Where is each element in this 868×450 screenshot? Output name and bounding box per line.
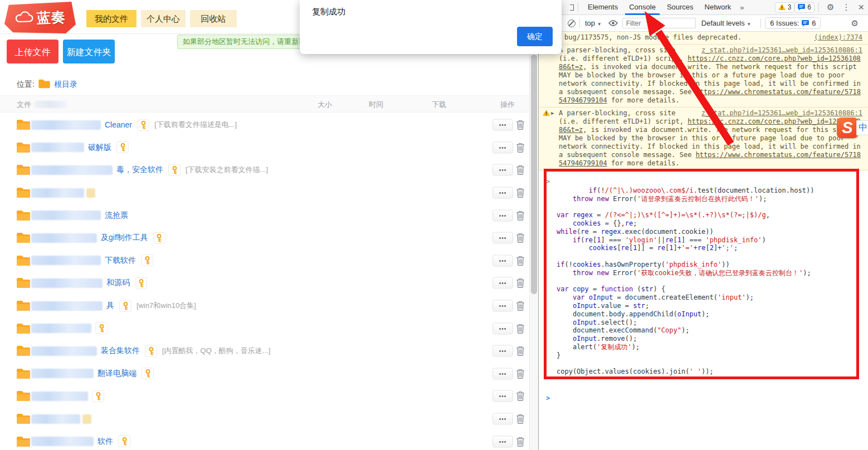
delete-icon[interactable] xyxy=(516,165,525,175)
upload-button[interactable]: 上传文件 xyxy=(7,40,58,63)
table-row[interactable]: 毒，安全软件[下载安装之前看文件描...]••• xyxy=(0,159,529,182)
root-directory-link[interactable]: 根目录 xyxy=(54,80,77,90)
more-actions-button[interactable]: ••• xyxy=(492,119,513,131)
log-levels-dropdown[interactable]: Default levels ▼ xyxy=(701,19,752,27)
more-actions-button[interactable]: ••• xyxy=(492,255,513,266)
console-source-link[interactable]: (index):7374 xyxy=(814,33,862,42)
column-time[interactable]: 时间 xyxy=(369,100,383,110)
column-filename[interactable]: 文件 xyxy=(17,100,31,110)
ime-language-badge[interactable]: 中 xyxy=(856,120,868,135)
site-logo[interactable]: 蓝奏 xyxy=(4,2,76,33)
file-name-link[interactable]: 软件 xyxy=(97,437,113,447)
console-prompt[interactable]: > xyxy=(539,394,868,405)
ime-indicator[interactable]: S 中 xyxy=(837,118,868,138)
more-actions-button[interactable]: ••• xyxy=(492,390,513,402)
tab-my-files[interactable]: 我的文件 xyxy=(86,10,136,27)
close-devtools-icon[interactable]: × xyxy=(854,2,868,12)
warning-icon xyxy=(778,4,786,11)
file-name-link[interactable]: 具 xyxy=(106,301,114,311)
tab-elements[interactable]: Elements xyxy=(582,0,623,15)
more-actions-button[interactable]: ••• xyxy=(492,368,513,379)
table-row[interactable]: ••• xyxy=(0,408,529,431)
more-tabs-icon[interactable]: » xyxy=(737,3,747,12)
delete-icon[interactable] xyxy=(516,211,525,221)
table-row[interactable]: 破解版••• xyxy=(0,136,529,159)
delete-icon[interactable] xyxy=(516,120,525,130)
table-row[interactable]: ••• xyxy=(0,182,529,204)
delete-icon[interactable] xyxy=(516,301,525,311)
delete-icon[interactable] xyxy=(516,414,525,424)
settings-gear-icon[interactable]: ⚙ xyxy=(823,2,838,12)
column-size[interactable]: 大小 xyxy=(318,100,332,110)
file-name-link[interactable]: 装合集软件 xyxy=(101,346,140,356)
table-row[interactable]: 软件••• xyxy=(0,430,529,450)
tab-recycle-bin[interactable]: 回收站 xyxy=(190,10,237,27)
delete-icon[interactable] xyxy=(516,233,525,243)
tab-network[interactable]: Network xyxy=(699,0,737,15)
tab-sources[interactable]: Sources xyxy=(661,0,699,15)
more-actions-button[interactable]: ••• xyxy=(492,436,513,447)
scrollbar-thumb[interactable] xyxy=(531,55,537,294)
more-actions-button[interactable]: ••• xyxy=(492,141,513,153)
more-actions-button[interactable]: ••• xyxy=(492,345,513,357)
messages-badge[interactable]: 6 xyxy=(794,2,815,13)
page-scrollbar[interactable] xyxy=(529,0,538,450)
more-actions-button[interactable]: ••• xyxy=(492,164,513,176)
file-name-link[interactable]: 毒，安全软件 xyxy=(116,165,163,175)
console-source-link[interactable]: z_stat.php?id=125361…web_id=1253610886:1 xyxy=(701,46,862,55)
more-actions-button[interactable]: ••• xyxy=(492,277,513,289)
password-key-icon xyxy=(95,322,108,334)
live-expression-eye-icon[interactable] xyxy=(608,20,618,26)
table-row[interactable]: 下载软件••• xyxy=(0,250,529,272)
context-selector[interactable]: top ▼ xyxy=(585,19,602,27)
console-source-link[interactable]: z_stat.php?id=125361…web_id=1253610886:1 xyxy=(701,109,862,118)
table-row[interactable]: Cleaner[下载前看文件描述是电...]••• xyxy=(0,114,529,136)
filter-input[interactable] xyxy=(622,18,696,28)
device-toolbar-icon[interactable] xyxy=(570,4,574,11)
delete-icon[interactable] xyxy=(516,369,525,379)
delete-icon[interactable] xyxy=(516,278,525,288)
file-name-link[interactable]: 翻译电脑端 xyxy=(97,369,136,379)
expand-arrow-icon[interactable]: ▶ xyxy=(551,109,554,118)
clear-console-icon[interactable] xyxy=(568,19,576,27)
delete-icon[interactable] xyxy=(516,346,525,356)
tab-personal-center[interactable]: 个人中心 xyxy=(141,10,186,27)
more-actions-button[interactable]: ••• xyxy=(492,300,513,312)
dialog-ok-button[interactable]: 确定 xyxy=(517,27,553,46)
console-settings-gear-icon[interactable]: ⚙ xyxy=(847,18,862,28)
delete-icon[interactable] xyxy=(516,391,525,401)
delete-icon[interactable] xyxy=(516,143,525,153)
warning-badge[interactable]: 3 xyxy=(775,2,795,13)
more-actions-button[interactable]: ••• xyxy=(492,209,513,221)
more-actions-button[interactable]: ••• xyxy=(492,187,513,199)
delete-icon[interactable] xyxy=(516,188,525,198)
more-actions-button[interactable]: ••• xyxy=(492,322,513,334)
table-row[interactable]: ••• xyxy=(0,385,529,408)
table-row[interactable]: 具[win7和win10合集]••• xyxy=(0,295,529,317)
file-name-link[interactable]: Cleaner xyxy=(105,120,132,129)
delete-icon[interactable] xyxy=(516,324,525,334)
file-name-link[interactable]: 和源码 xyxy=(106,278,130,288)
column-downloads[interactable]: 下载 xyxy=(432,100,446,110)
issues-button[interactable]: 6 Issues: 6 xyxy=(765,17,821,29)
sogou-logo-icon[interactable]: S xyxy=(837,118,858,138)
table-row[interactable]: 翻译电脑端••• xyxy=(0,363,529,385)
kebab-menu-icon[interactable]: ⋮ xyxy=(838,2,854,12)
tab-console[interactable]: Console xyxy=(623,0,661,15)
table-row[interactable]: 及gif制作工具••• xyxy=(0,227,529,250)
column-actions: 操作 xyxy=(500,100,515,110)
table-row[interactable]: 装合集软件[内置酷我，QQ，酷狗，音乐迷...]••• xyxy=(0,340,529,363)
new-folder-button[interactable]: 新建文件夹 xyxy=(63,40,115,63)
table-row[interactable]: 和源码••• xyxy=(0,272,529,295)
file-name-link[interactable]: 流抢票 xyxy=(105,211,128,221)
file-name-link[interactable]: 及gif制作工具 xyxy=(101,233,148,243)
file-name-link[interactable]: 下载软件 xyxy=(105,256,136,266)
more-actions-button[interactable]: ••• xyxy=(492,232,513,244)
table-row[interactable]: ••• xyxy=(0,317,529,340)
more-actions-button[interactable]: ••• xyxy=(492,413,513,425)
delete-icon[interactable] xyxy=(516,437,525,447)
folder-icon xyxy=(17,345,30,356)
delete-icon[interactable] xyxy=(516,256,525,266)
file-name-link[interactable]: 破解版 xyxy=(88,143,111,153)
table-row[interactable]: 流抢票••• xyxy=(0,204,529,227)
